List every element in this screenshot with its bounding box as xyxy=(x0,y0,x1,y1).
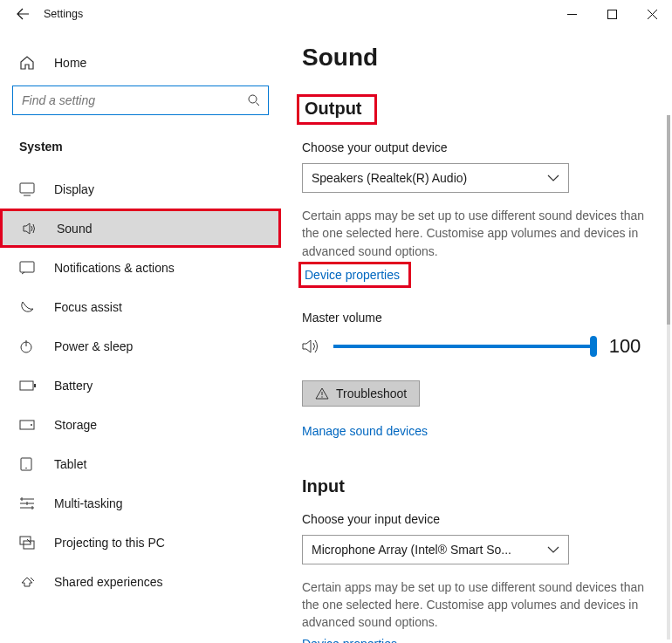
warning-icon xyxy=(315,387,329,400)
sidebar-item-focus-assist[interactable]: Focus assist xyxy=(0,287,281,326)
scrollbar[interactable] xyxy=(667,115,670,640)
battery-icon xyxy=(19,380,37,391)
shared-icon xyxy=(19,575,35,589)
minimize-button[interactable] xyxy=(552,0,592,28)
volume-value: 100 xyxy=(606,335,644,358)
close-icon xyxy=(648,10,657,19)
storage-icon xyxy=(19,420,35,430)
maximize-button[interactable] xyxy=(592,0,632,28)
sidebar-item-tablet[interactable]: Tablet xyxy=(0,444,281,483)
search-icon xyxy=(247,93,261,107)
sidebar: Home System Display Sound Notifications … xyxy=(0,28,281,643)
sidebar-item-label: Shared experiences xyxy=(38,575,163,589)
sidebar-item-battery[interactable]: Battery xyxy=(0,366,281,405)
sidebar-item-label: Display xyxy=(38,182,94,196)
tablet-icon xyxy=(19,457,33,471)
window-controls xyxy=(552,0,672,28)
svg-rect-0 xyxy=(607,10,616,18)
sidebar-item-label: Sound xyxy=(41,222,92,236)
manage-sound-devices-link[interactable]: Manage sound devices xyxy=(302,424,428,438)
home-icon xyxy=(19,55,35,71)
maximize-icon xyxy=(607,10,617,19)
notifications-icon xyxy=(19,261,35,275)
svg-point-13 xyxy=(321,396,322,397)
arrow-left-icon xyxy=(16,7,30,21)
sidebar-item-sound[interactable]: Sound xyxy=(0,209,281,248)
output-device-label: Choose your output device xyxy=(302,140,655,154)
master-volume-label: Master volume xyxy=(302,311,655,325)
sound-icon xyxy=(22,222,38,236)
volume-slider[interactable] xyxy=(333,345,593,348)
output-heading: Output xyxy=(297,94,377,125)
svg-point-10 xyxy=(25,467,27,469)
input-device-label: Choose your input device xyxy=(302,512,655,526)
svg-rect-5 xyxy=(20,381,33,390)
sidebar-item-label: Projecting to this PC xyxy=(38,536,165,550)
output-device-properties-link[interactable]: Device properties xyxy=(305,268,400,282)
content-pane: Sound Output Choose your output device S… xyxy=(281,28,672,643)
titlebar: Settings xyxy=(0,0,672,28)
chevron-down-icon xyxy=(547,174,559,182)
home-label: Home xyxy=(38,56,86,70)
troubleshoot-button[interactable]: Troubleshoot xyxy=(302,380,420,407)
power-icon xyxy=(19,339,33,353)
slider-thumb[interactable] xyxy=(590,336,597,357)
sidebar-item-multi-tasking[interactable]: Multi-tasking xyxy=(0,483,281,523)
multitasking-icon xyxy=(19,496,35,510)
focus-assist-icon xyxy=(19,300,35,314)
sidebar-item-display[interactable]: Display xyxy=(0,169,281,209)
sidebar-item-power-sleep[interactable]: Power & sleep xyxy=(0,326,281,366)
svg-rect-3 xyxy=(20,262,34,272)
page-title: Sound xyxy=(302,44,655,72)
sidebar-item-projecting[interactable]: Projecting to this PC xyxy=(0,523,281,562)
back-button[interactable] xyxy=(3,0,42,28)
sidebar-item-label: Battery xyxy=(38,379,93,393)
sidebar-item-label: Tablet xyxy=(38,457,86,471)
svg-rect-2 xyxy=(20,183,34,193)
output-help-text: Certain apps may be set up to use differ… xyxy=(302,207,655,260)
input-device-dropdown[interactable]: Microphone Array (Intel® Smart So... xyxy=(302,535,569,564)
sidebar-item-storage[interactable]: Storage xyxy=(0,405,281,444)
chevron-down-icon xyxy=(547,545,559,554)
search-input-field[interactable] xyxy=(20,93,247,107)
svg-rect-6 xyxy=(34,384,36,387)
sidebar-item-label: Notifications & actions xyxy=(38,261,175,275)
input-device-value: Microphone Array (Intel® Smart So... xyxy=(312,543,511,557)
sidebar-item-shared-experiences[interactable]: Shared experiences xyxy=(0,562,281,601)
input-heading: Input xyxy=(302,476,655,496)
sidebar-item-label: Multi-tasking xyxy=(38,496,123,510)
svg-point-8 xyxy=(31,424,32,426)
output-device-value: Speakers (Realtek(R) Audio) xyxy=(312,171,467,185)
troubleshoot-label: Troubleshoot xyxy=(336,386,407,400)
input-device-properties-link[interactable]: Device properties xyxy=(302,637,397,643)
home-link[interactable]: Home xyxy=(0,47,281,79)
sidebar-item-notifications[interactable]: Notifications & actions xyxy=(0,248,281,287)
nav-list: Display Sound Notifications & actions Fo… xyxy=(0,169,281,601)
projecting-icon xyxy=(19,536,35,550)
sidebar-item-label: Focus assist xyxy=(38,300,122,314)
output-device-dropdown[interactable]: Speakers (Realtek(R) Audio) xyxy=(302,163,569,193)
minimize-icon xyxy=(567,10,577,19)
search-input[interactable] xyxy=(12,86,269,115)
scrollbar-thumb[interactable] xyxy=(667,115,670,325)
display-icon xyxy=(19,182,35,196)
sidebar-item-label: Power & sleep xyxy=(38,339,133,353)
window-title: Settings xyxy=(42,8,83,20)
svg-point-1 xyxy=(249,95,257,103)
volume-icon xyxy=(302,338,321,355)
input-help-text: Certain apps may be set up to use differ… xyxy=(302,578,655,632)
close-button[interactable] xyxy=(632,0,672,28)
sidebar-item-label: Storage xyxy=(38,418,97,432)
category-heading: System xyxy=(0,115,281,169)
